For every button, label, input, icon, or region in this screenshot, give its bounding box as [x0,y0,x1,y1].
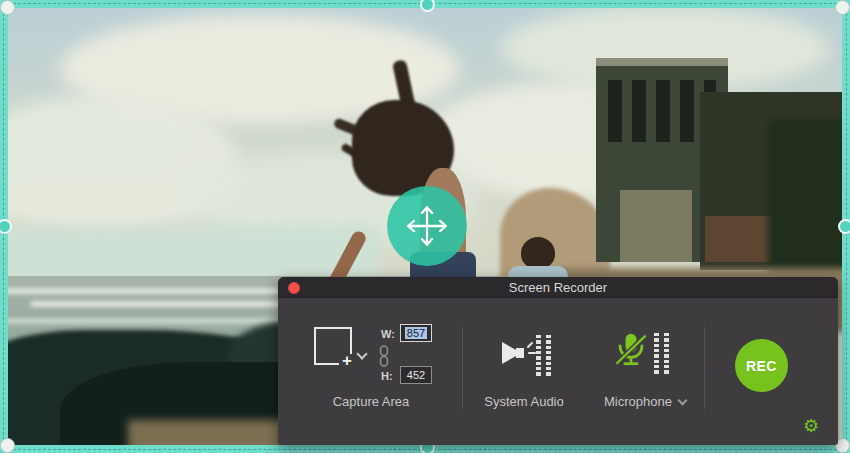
settings-gear-icon[interactable]: ⚙ [803,417,819,435]
system-audio-level-meter [536,335,551,377]
microphone-level-meter [654,333,669,375]
capture-area-icon[interactable]: + [314,327,352,365]
move-region-handle[interactable] [387,186,467,266]
capture-plus-icon: + [339,354,355,370]
microphone-chevron-down-icon[interactable] [678,396,688,406]
move-arrows-icon [398,197,456,255]
resize-handle-bottom-left[interactable] [0,438,15,453]
boy-head [521,237,555,269]
width-value-selected: 857 [405,327,427,339]
section-divider [704,327,705,409]
screen-recorder-panel: Screen Recorder + W: 857 H: 452 Capture … [278,277,838,445]
resize-handle-top-right[interactable] [835,0,850,15]
wave-foam [0,318,300,324]
building-wall [620,190,692,262]
width-input[interactable]: 857 [400,324,432,342]
height-label: H: [381,370,393,382]
screen-capture-stage: Screen Recorder + W: 857 H: 452 Capture … [0,0,850,453]
resize-handle-middle-right[interactable] [838,219,850,234]
width-label: W: [381,328,395,340]
link-dimensions-icon[interactable] [378,345,390,367]
building-roof [596,58,728,66]
resize-handle-top-left[interactable] [0,0,15,15]
sky-horizon [0,225,380,283]
microphone-label-text: Microphone [604,394,672,409]
height-input[interactable]: 452 [400,366,432,384]
rec-button[interactable]: REC [735,339,788,392]
capture-area-label: Capture Area [281,394,461,409]
microphone-icon[interactable] [611,329,651,373]
microphone-label: Microphone [565,394,725,409]
panel-titlebar: Screen Recorder [278,277,838,298]
capture-area-chevron-down-icon[interactable] [356,348,367,359]
system-audio-speaker-icon[interactable] [501,337,537,369]
panel-title: Screen Recorder [278,277,838,298]
close-button[interactable] [288,282,300,294]
